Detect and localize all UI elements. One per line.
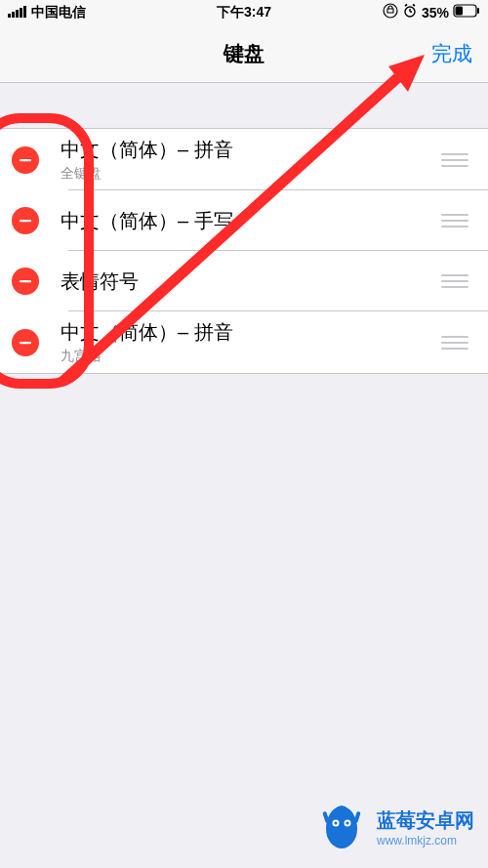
keyboard-subtitle: 九宫格 [61,348,433,365]
svg-rect-2 [16,10,19,18]
list-item[interactable]: 中文（简体）– 拼音 全键盘 [0,129,488,190]
row-text: 中文（简体）– 拼音 全键盘 [61,137,433,183]
status-time: 下午3:47 [217,4,271,21]
keyboard-subtitle: 全键盘 [61,165,433,183]
svg-rect-0 [8,14,11,18]
svg-point-22 [334,821,337,824]
status-left: 中国电信 [8,4,86,21]
delete-button[interactable] [12,146,39,174]
list-item[interactable]: 表情符号 [0,251,488,311]
list-item[interactable]: 中文（简体）– 手写 [0,190,488,251]
keyboard-title: 中文（简体）– 拼音 [61,319,433,346]
carrier-label: 中国电信 [31,4,86,21]
keyboard-title: 表情符号 [61,269,433,295]
minus-icon [18,152,33,168]
group-spacer [0,83,488,128]
done-button[interactable]: 完成 [431,40,472,67]
status-bar: 中国电信 下午3:47 35% [0,0,488,24]
watermark-logo-icon [314,800,369,854]
svg-rect-14 [20,159,31,161]
watermark: 蓝莓安卓网 www.lmkjz.com [314,800,474,854]
drag-handle-icon[interactable] [433,336,476,350]
delete-button[interactable] [12,268,39,295]
orientation-lock-icon [383,3,398,21]
row-text: 中文（简体）– 手写 [61,208,433,234]
row-text: 表情符号 [61,269,433,295]
svg-line-9 [405,5,407,7]
svg-rect-13 [477,8,479,14]
keyboard-list: 中文（简体）– 拼音 全键盘 中文（简体）– 手写 表情符号 中文（简体）– 拼… [0,128,488,374]
svg-rect-1 [12,12,15,18]
delete-button[interactable] [12,329,39,356]
keyboard-title: 中文（简体）– 手写 [61,208,433,234]
watermark-text: 蓝莓安卓网 www.lmkjz.com [377,807,474,847]
svg-rect-12 [456,7,464,16]
keyboard-title: 中文（简体）– 拼音 [61,137,433,163]
svg-line-10 [413,5,415,7]
page-title: 键盘 [224,40,264,67]
status-right: 35% [383,3,480,21]
svg-rect-15 [20,220,31,222]
svg-rect-16 [20,280,31,282]
battery-percent: 35% [422,5,449,21]
delete-button[interactable] [12,207,39,234]
svg-rect-4 [23,6,26,18]
minus-icon [18,335,33,351]
svg-rect-3 [20,8,22,18]
row-text: 中文（简体）– 拼音 九宫格 [61,319,433,365]
svg-rect-17 [20,342,31,344]
watermark-url: www.lmkjz.com [377,834,474,847]
svg-point-23 [346,821,348,824]
drag-handle-icon[interactable] [433,153,476,167]
alarm-icon [402,3,418,21]
list-item[interactable]: 中文（简体）– 拼音 九宫格 [0,311,488,373]
watermark-title: 蓝莓安卓网 [377,807,474,834]
drag-handle-icon[interactable] [433,214,476,227]
nav-bar: 键盘 完成 [0,24,488,83]
battery-icon [453,4,480,21]
minus-icon [18,213,33,228]
signal-icon [8,5,27,21]
minus-icon [18,273,33,289]
drag-handle-icon[interactable] [433,274,476,288]
